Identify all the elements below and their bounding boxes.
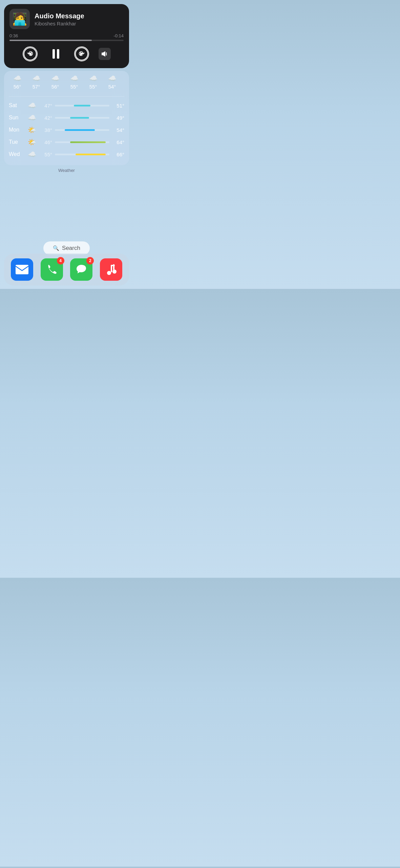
- temp-bar-fill-tue: [70, 141, 106, 143]
- progress-bar-track[interactable]: [9, 40, 124, 41]
- forecast-icon-wed: ☁️: [27, 150, 37, 158]
- pause-bar-left: [52, 49, 55, 59]
- svg-rect-9: [16, 265, 28, 274]
- svg-rect-4: [102, 53, 103, 55]
- forecast-row-mon: Mon 🌤️ 38° 54°: [9, 124, 124, 136]
- dock-app-mail[interactable]: [11, 258, 33, 281]
- svg-point-7: [106, 55, 107, 56]
- hourly-item: ☁️ 54°: [104, 74, 121, 90]
- now-playing-info: Audio Message Kiboshes Rankhar: [35, 12, 84, 26]
- hourly-temp-3: 55°: [70, 84, 78, 90]
- temp-bar-sun: [55, 117, 109, 119]
- speaker-button[interactable]: [99, 48, 111, 60]
- forecast-high-mon: 54°: [112, 127, 124, 133]
- speaker-icon: [99, 48, 111, 60]
- hourly-icon-0: ☁️: [13, 74, 22, 82]
- now-playing-card: 🧑‍💻 Audio Message Kiboshes Rankhar 0:36 …: [4, 4, 129, 68]
- hourly-icon-1: ☁️: [32, 74, 41, 82]
- controls-row: 5 5: [9, 45, 124, 63]
- hourly-temp-5: 54°: [108, 84, 116, 90]
- hourly-item: ☁️ 55°: [85, 74, 102, 90]
- hourly-temp-4: 55°: [89, 84, 97, 90]
- forward-icon: 5: [74, 46, 89, 61]
- svg-text:5: 5: [29, 53, 30, 56]
- pause-button[interactable]: [47, 45, 65, 63]
- search-label: Search: [62, 245, 80, 252]
- forecast-low-mon: 38°: [39, 127, 52, 133]
- hourly-icon-3: ☁️: [70, 74, 79, 82]
- svg-point-0: [24, 48, 36, 60]
- progress-times: 0:36 -0:14: [9, 33, 124, 38]
- svg-point-5: [106, 53, 107, 54]
- temp-bar-wed: [55, 154, 109, 155]
- forecast-icon-sun: ☁️: [27, 114, 37, 122]
- avatar: 🧑‍💻: [9, 9, 30, 29]
- dock-app-music[interactable]: [100, 258, 122, 281]
- forecast-day-mon: Mon: [9, 127, 24, 133]
- forecast-icon-mon: 🌤️: [27, 126, 37, 134]
- pause-icon: [47, 45, 65, 63]
- forecast-high-sun: 49°: [112, 115, 124, 121]
- forecast-day-sat: Sat: [9, 102, 24, 108]
- forecast-row-sun: Sun ☁️ 42° 49°: [9, 112, 124, 124]
- temp-bar-fill-sat: [74, 105, 90, 106]
- dock-app-messages[interactable]: 2: [70, 258, 92, 281]
- forecast-row-wed: Wed ☁️ 55° 66°: [9, 148, 124, 160]
- current-time: 0:36: [9, 33, 18, 38]
- search-bar-container: 🔍 Search: [0, 241, 133, 255]
- rewind-icon: 5: [23, 46, 38, 61]
- weather-label: Weather: [0, 168, 133, 173]
- forecast-day-sun: Sun: [9, 115, 24, 121]
- hourly-icon-5: ☁️: [108, 74, 117, 82]
- weather-widget[interactable]: ☁️ 56° ☁️ 57° ☁️ 56° ☁️ 55° ☁️ 55° ☁️ 54…: [4, 71, 129, 165]
- svg-point-10: [107, 271, 111, 275]
- forecast-row-tue: Tue 🌤️ 46° 64°: [9, 136, 124, 148]
- svg-rect-14: [111, 265, 115, 266]
- hourly-icon-4: ☁️: [89, 74, 98, 82]
- hourly-scroll: ☁️ 56° ☁️ 57° ☁️ 56° ☁️ 55° ☁️ 55° ☁️ 54…: [9, 74, 124, 92]
- messages-badge: 2: [86, 257, 94, 264]
- hourly-temp-1: 57°: [33, 84, 40, 90]
- svg-point-6: [106, 54, 107, 55]
- search-bar[interactable]: 🔍 Search: [43, 241, 90, 255]
- dock: 4 2: [4, 254, 129, 285]
- hourly-item: ☁️ 55°: [66, 74, 83, 90]
- forecast-row-sat: Sat ☁️ 47° 51°: [9, 99, 124, 112]
- forecast-day-wed: Wed: [9, 151, 24, 157]
- hourly-icon-2: ☁️: [51, 74, 60, 82]
- hourly-item: ☁️ 56°: [9, 74, 26, 90]
- temp-bar-fill-mon: [65, 129, 95, 131]
- hourly-temp-2: 56°: [51, 84, 59, 90]
- phone-badge: 4: [57, 257, 64, 264]
- forecast-low-sat: 47°: [39, 103, 52, 108]
- remaining-time: -0:14: [113, 33, 124, 38]
- temp-bar-mon: [55, 129, 109, 131]
- temp-bar-fill-wed: [76, 154, 106, 155]
- forecast-high-tue: 64°: [112, 139, 124, 145]
- forecast-icon-sat: ☁️: [27, 101, 37, 110]
- progress-bar-fill: [9, 40, 92, 41]
- divider: [9, 96, 124, 97]
- now-playing-header: 🧑‍💻 Audio Message Kiboshes Rankhar: [9, 9, 124, 29]
- hourly-item: ☁️ 56°: [47, 74, 64, 90]
- forecast-high-wed: 66°: [112, 152, 124, 157]
- now-playing-title: Audio Message: [35, 12, 84, 20]
- forecast-day-tue: Tue: [9, 139, 24, 145]
- hourly-item: ☁️ 57°: [28, 74, 45, 90]
- forecast-low-wed: 55°: [39, 152, 52, 157]
- hourly-temp-0: 56°: [14, 84, 21, 90]
- now-playing-subtitle: Kiboshes Rankhar: [35, 21, 84, 26]
- svg-point-2: [75, 48, 87, 60]
- forecast-icon-tue: 🌤️: [27, 138, 37, 146]
- temp-bar-sat: [55, 105, 109, 106]
- temp-bar-tue: [55, 141, 109, 143]
- svg-text:5: 5: [80, 53, 81, 56]
- rewind-button[interactable]: 5: [23, 46, 38, 61]
- forward-button[interactable]: 5: [74, 46, 89, 61]
- forecast-low-sun: 42°: [39, 115, 52, 121]
- forecast-high-sat: 51°: [112, 103, 124, 108]
- forecast-low-tue: 46°: [39, 139, 52, 145]
- pause-bar-right: [57, 49, 59, 59]
- svg-point-11: [112, 270, 117, 274]
- dock-app-phone[interactable]: 4: [41, 258, 63, 281]
